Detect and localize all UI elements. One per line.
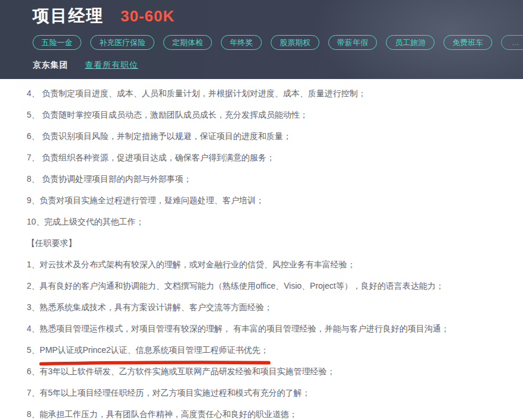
benefit-tag: 年终奖: [221, 35, 262, 50]
more-tags-button[interactable]: …: [501, 35, 523, 50]
description-line-highlighted: 5、 PMP认证或Prince2认证、信息系统项目管理工程师证书优先；: [27, 339, 511, 361]
benefit-tag: 股票期权: [271, 35, 319, 50]
description-line: 3、熟悉系统集成技术，具有方案设计讲解、客户交流等方面经验；: [27, 296, 511, 318]
requirements-heading: 【任职要求】: [27, 232, 511, 254]
job-description: 4、 负责制定项目进度、成本、人员和质量计划，并根据计划对进度、成本、质量进行控…: [0, 79, 523, 420]
benefit-tag: 五险一金: [33, 35, 81, 50]
description-line: 1、对云技术及分布式架构有较深入的理解，或对金融行业的信贷、风控业务有丰富经验；: [27, 254, 511, 275]
benefit-tag: 免费班车: [443, 35, 492, 50]
line-number: 5、: [27, 345, 40, 355]
benefit-tags: 五险一金 补充医疗保险 定期体检 年终奖 股票期权 带薪年假 员工旅游 免费班车…: [33, 35, 523, 50]
title-row: 项目经理 30-60K: [33, 5, 523, 27]
benefit-tag: 员工旅游: [386, 35, 435, 50]
description-line: 6、 负责识别项目风险，并制定措施予以规避，保证项目的进度和质量；: [27, 125, 511, 147]
view-all-jobs-link[interactable]: 查看所有职位: [85, 60, 138, 71]
description-line: 9、负责对项目实施全过程进行管理，疑难问题处理、客户培训；: [27, 190, 511, 211]
page-title: 项目经理: [33, 5, 104, 27]
salary-range: 30-60K: [121, 7, 175, 26]
company-name: 京东集团: [33, 60, 68, 71]
description-line: 4、熟悉项目管理运作模式，对项目管理有较深的理解， 有丰富的项目管理经验，并能与…: [27, 318, 511, 339]
description-line: 10、完成上级交代的其他工作；: [27, 211, 511, 232]
description-line: 4、 负责制定项目进度、成本、人员和质量计划，并根据计划对进度、成本、质量进行控…: [27, 83, 511, 104]
description-line: 7、 负责组织各种资源，促进项目达成，确保客户得到满意的服务；: [27, 147, 511, 168]
description-line: 7、有5年以上项目经理任职经历，对乙方项目实施过程和模式有充分的了解；: [27, 382, 511, 403]
description-line: 8、能承担工作压力，具有团队合作精神，高度责任心和良好的职业道德；: [27, 403, 511, 420]
underlined-text: PMP认证或Prince2认证、信息系统项目管理工程师证书优先；: [40, 339, 269, 361]
description-line: 5、 负责随时掌控项目成员动态，激励团队成员成长，充分发挥成员能动性；: [27, 104, 511, 125]
job-header: 项目经理 30-60K 五险一金 补充医疗保险 定期体检 年终奖 股票期权 带薪…: [0, 0, 523, 79]
description-line: 2、具有良好的客户沟通和协调能力、文档撰写能力（熟练使用office、Visio…: [27, 275, 511, 296]
benefit-tag: 带薪年假: [328, 35, 377, 50]
company-row: 京东集团 查看所有职位: [33, 60, 523, 71]
description-line: 6、有3年以上软件研发、乙方软件实施或互联网产品研发经验和项目实施管理经验；: [27, 361, 511, 382]
description-line: 8、 负责协调处理项目部的内部与外部事项；: [27, 168, 511, 190]
benefit-tag: 定期体检: [163, 35, 212, 50]
benefit-tag: 补充医疗保险: [90, 35, 154, 50]
